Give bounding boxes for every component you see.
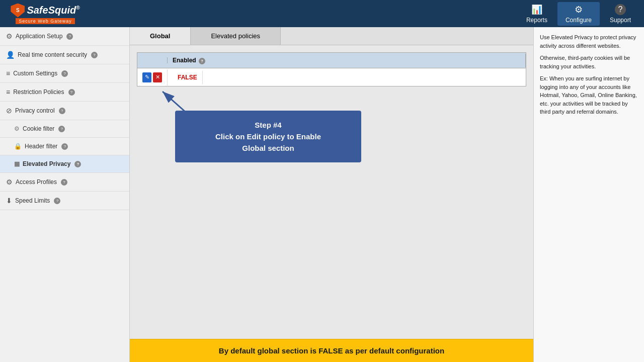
bottom-bar: By default global section is FALSE as pe… [130, 339, 533, 362]
restriction-policies-help-icon[interactable]: ? [68, 89, 75, 96]
application-setup-help-icon[interactable]: ? [66, 33, 73, 40]
right-panel-para2: Otherwise, third-party cookies will be t… [540, 54, 638, 70]
table-header: Enabled ? [137, 52, 526, 68]
restriction-policies-icon: ≡ [6, 88, 10, 96]
sidebar-label-speed-limits: Speed Limits [15, 197, 50, 204]
support-icon: ? [615, 4, 626, 15]
privacy-control-help-icon[interactable]: ? [59, 108, 65, 114]
custom-settings-icon: ≡ [6, 69, 10, 77]
right-panel: Use Elevated Privacy to protect privacy … [533, 27, 644, 362]
enabled-value: FALSE [178, 74, 197, 81]
sidebar-item-application-setup[interactable]: ⚙ Application Setup ? [0, 27, 129, 46]
sidebar-label-access-profiles: Access Profiles [16, 178, 57, 186]
step-callout-line2: Click on Edit policy to Enable [190, 132, 346, 141]
configure-label: Configure [566, 17, 592, 24]
th-enabled-label: Enabled [173, 57, 196, 64]
sidebar-item-header-filter[interactable]: 🔒 Header filter ? [0, 138, 129, 155]
access-profiles-help-icon[interactable]: ? [61, 179, 67, 186]
elevated-privacy-icon: ▦ [14, 160, 20, 167]
sidebar-item-privacy-control[interactable]: ⊘ Privacy control ? [0, 102, 129, 120]
sidebar-label-header-filter: Header filter [25, 143, 57, 150]
tab-elevated-policies[interactable]: Elevated policies [191, 27, 281, 45]
sidebar-item-restriction-policies[interactable]: ≡ Restriction Policies ? [0, 83, 129, 102]
tab-global-label: Global [150, 32, 170, 40]
nav-buttons: 📊 Reports ⚙ Configure ? Support [518, 2, 639, 26]
th-enabled-help-icon[interactable]: ? [199, 58, 205, 64]
configure-nav-btn[interactable]: ⚙ Configure [557, 2, 600, 26]
sidebar-item-access-profiles[interactable]: ⚙ Access Profiles ? [0, 173, 129, 192]
th-actions [137, 57, 168, 63]
edit-button[interactable]: ✎ [142, 72, 151, 82]
sidebar-item-elevated-privacy[interactable]: ▦ Elevated Privacy ? [0, 155, 129, 173]
delete-button[interactable]: ✕ [153, 72, 162, 82]
privacy-control-icon: ⊘ [6, 107, 12, 115]
sidebar-label-cookie-filter: Cookie filter [23, 125, 54, 132]
logo-text: SafeSquid® [27, 5, 79, 16]
speed-limits-help-icon[interactable]: ? [54, 198, 60, 204]
logo-tagline: Secure Web Gateway [16, 18, 74, 24]
custom-settings-help-icon[interactable]: ? [61, 70, 68, 77]
speed-limits-icon: ⬇ [6, 197, 12, 205]
sidebar-item-cookie-filter[interactable]: ⚙ Cookie filter ? [0, 120, 129, 138]
reports-label: Reports [526, 17, 547, 24]
step-callout-line3: Global section [190, 144, 346, 152]
configure-icon: ⚙ [575, 4, 583, 15]
sidebar-item-real-time-content[interactable]: 👤 Real time content security ? [0, 46, 129, 64]
tab-elevated-policies-label: Elevated policies [211, 32, 260, 40]
sidebar-label-elevated-privacy: Elevated Privacy [23, 160, 70, 167]
sidebar-label-application-setup: Application Setup [16, 33, 62, 40]
logo-shield-icon: S [11, 4, 25, 18]
main-content: Enabled ? ✎ ✕ FALSE [130, 45, 533, 339]
content-area: Global Elevated policies Enabled ? ✎ ✕ [130, 27, 533, 362]
tab-global[interactable]: Global [130, 27, 191, 45]
step-callout-line1: Step #4 [190, 121, 346, 129]
sidebar-item-speed-limits[interactable]: ⬇ Speed Limits ? [0, 192, 129, 210]
header: S SafeSquid® Secure Web Gateway 📊 Report… [0, 0, 644, 27]
sidebar-item-custom-settings[interactable]: ≡ Custom Settings ? [0, 64, 129, 83]
reports-nav-btn[interactable]: 📊 Reports [518, 2, 555, 26]
table-row: ✎ ✕ FALSE [137, 68, 526, 86]
sidebar: ⚙ Application Setup ? 👤 Real time conten… [0, 27, 130, 362]
real-time-icon: 👤 [6, 51, 15, 59]
table-row-enabled-value: FALSE [168, 71, 203, 84]
step-callout: Step #4 Click on Edit policy to Enable G… [175, 111, 361, 162]
reports-icon: 📊 [531, 4, 542, 15]
sidebar-label-real-time: Real time content security [18, 51, 87, 58]
tabs-bar: Global Elevated policies [130, 27, 533, 45]
elevated-privacy-help-icon[interactable]: ? [74, 161, 81, 167]
logo-area: S SafeSquid® Secure Web Gateway [5, 3, 86, 25]
support-label: Support [610, 17, 631, 24]
access-profiles-icon: ⚙ [6, 178, 13, 186]
th-enabled: Enabled ? [168, 54, 526, 67]
header-filter-help-icon[interactable]: ? [61, 143, 68, 150]
cookie-filter-icon: ⚙ [14, 125, 20, 132]
right-panel-para1: Use Elevated Privacy to protect privacy … [540, 33, 638, 50]
header-filter-icon: 🔒 [14, 143, 22, 150]
application-setup-icon: ⚙ [6, 32, 13, 40]
main-layout: ⚙ Application Setup ? 👤 Real time conten… [0, 27, 644, 362]
real-time-help-icon[interactable]: ? [91, 52, 98, 58]
cookie-filter-help-icon[interactable]: ? [58, 126, 65, 132]
logo: S SafeSquid® Secure Web Gateway [5, 3, 86, 25]
sidebar-label-privacy-control: Privacy control [15, 107, 55, 114]
sidebar-label-restriction-policies: Restriction Policies [13, 88, 64, 96]
right-panel-para3: Ex: When you are surfing internet by log… [540, 74, 638, 116]
bottom-bar-text: By default global section is FALSE as pe… [219, 346, 444, 355]
support-nav-btn[interactable]: ? Support [602, 2, 639, 26]
table-row-actions: ✎ ✕ [137, 69, 168, 85]
sidebar-label-custom-settings: Custom Settings [13, 70, 57, 77]
